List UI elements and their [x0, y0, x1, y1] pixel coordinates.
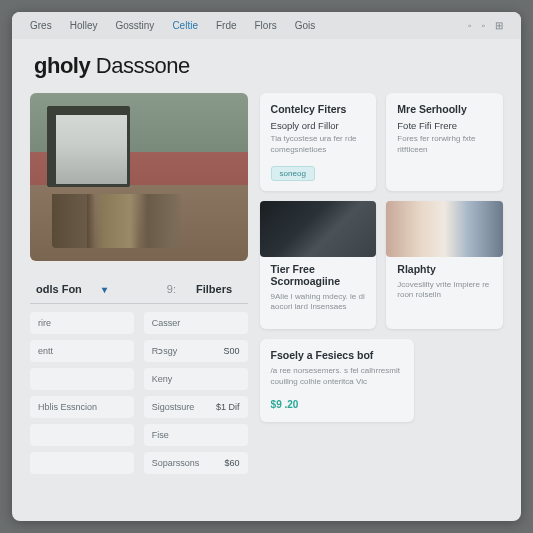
filter-item[interactable]: Soparssons$60 — [144, 452, 248, 474]
thumb-art — [386, 201, 503, 257]
filter-item[interactable] — [30, 452, 134, 474]
card-row-3: Fsoely a Fesiecs bof /a ree norsesemers.… — [260, 339, 503, 422]
filter-item[interactable]: Casser — [144, 312, 248, 334]
card-row-1: Contelcy Fiters Esoply ord Fillor Tia ty… — [260, 93, 503, 191]
user-icon[interactable]: ◦ — [468, 20, 472, 31]
nav-item-1[interactable]: Holley — [70, 20, 98, 31]
top-nav: Gres Holley Gosstiny Celtie Frde Flors G… — [12, 12, 521, 39]
filter-grid: rire Casser entt RɔsgyS00 Keny Hblis Ess… — [30, 312, 248, 474]
filter-item[interactable] — [30, 424, 134, 446]
left-column: odls Fon ▾ 9: Filbers rire Casser entt R… — [30, 93, 248, 474]
filter-item[interactable] — [30, 368, 134, 390]
nav-item-6[interactable]: Gois — [295, 20, 316, 31]
chevron-down-icon: ▾ — [102, 284, 107, 295]
nav-item-0[interactable]: Gres — [30, 20, 52, 31]
filter-item[interactable]: entt — [30, 340, 134, 362]
filter-header: odls Fon ▾ 9: Filbers — [30, 275, 248, 304]
filter-item[interactable]: Fise — [144, 424, 248, 446]
card-coffee[interactable]: Tier Free Scormoagiine 9Alle I wahing md… — [260, 201, 377, 330]
card-title: Rlaphty — [397, 263, 492, 275]
nav-icons: ◦ ◦ ⊞ — [468, 20, 503, 31]
card-tag[interactable]: soneog — [271, 166, 315, 181]
card-art[interactable]: Rlaphty Jcoveslilty vrite Impiere re roo… — [386, 201, 503, 330]
card-subtitle: Fote Fifi Frere — [397, 120, 492, 131]
card-title: Fsoely a Fesiecs bof — [271, 349, 403, 361]
filter-item[interactable]: rire — [30, 312, 134, 334]
nav-item-2[interactable]: Gosstiny — [115, 20, 154, 31]
nav-item-3[interactable]: Celtie — [172, 20, 198, 31]
nav-item-5[interactable]: Flors — [255, 20, 277, 31]
card-title: Tier Free Scormoagiine — [271, 263, 366, 287]
card-featured[interactable]: Fsoely a Fesiecs bof /a ree norsesemers.… — [260, 339, 414, 422]
card-title: Contelcy Fiters — [271, 103, 366, 115]
settings-icon[interactable]: ⊞ — [495, 20, 503, 31]
nav-item-4[interactable]: Frde — [216, 20, 237, 31]
card-desc: 9Alle I wahing mdecy. le di aocori lard … — [271, 292, 366, 314]
hero-image — [30, 93, 248, 261]
nav-links: Gres Holley Gosstiny Celtie Frde Flors G… — [30, 20, 315, 31]
card-schoolly[interactable]: Mre Serhoolly Fote Fifi Frere Fores fer … — [386, 93, 503, 191]
filter-item[interactable]: Keny — [144, 368, 248, 390]
filter-item[interactable]: RɔsgyS00 — [144, 340, 248, 362]
brand-title: gholy Dasssone — [12, 39, 521, 93]
right-column: Contelcy Fiters Esoply ord Fillor Tia ty… — [260, 93, 503, 474]
card-desc: /a ree norsesemers. s fel calhrresmit co… — [271, 366, 403, 388]
filter-col-2[interactable]: 9: Filbers — [167, 283, 232, 295]
card-filters[interactable]: Contelcy Fiters Esoply ord Fillor Tia ty… — [260, 93, 377, 191]
card-subtitle: Esoply ord Fillor — [271, 120, 366, 131]
card-title: Mre Serhoolly — [397, 103, 492, 115]
card-row-2: Tier Free Scormoagiine 9Alle I wahing md… — [260, 201, 503, 330]
app-window: Gres Holley Gosstiny Celtie Frde Flors G… — [12, 12, 521, 521]
filter-item[interactable]: Sigostsure$1 Dif — [144, 396, 248, 418]
filter-col-1[interactable]: odls Fon ▾ — [36, 283, 107, 295]
filter-item[interactable]: Hblis Essncion — [30, 396, 134, 418]
card-price: $9 .20 — [271, 399, 299, 410]
card-desc: Jcoveslilty vrite Impiere re roon rolsei… — [397, 280, 492, 302]
card-desc: Tia tycostese ura fer rde comegsnietioes — [271, 134, 366, 156]
bell-icon[interactable]: ◦ — [481, 20, 485, 31]
main-content: odls Fon ▾ 9: Filbers rire Casser entt R… — [12, 93, 521, 492]
card-desc: Fores fer rorwirhg fxte ritftlceen — [397, 134, 492, 156]
thumb-coffee — [260, 201, 377, 257]
